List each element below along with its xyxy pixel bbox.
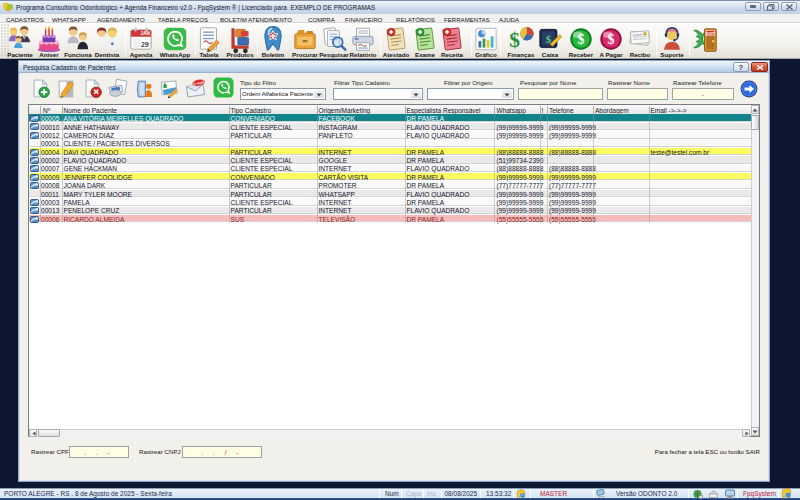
svg-text:$: $ — [608, 32, 615, 47]
svg-text:JAN: JAN — [141, 31, 151, 36]
svg-text:$: $ — [546, 32, 552, 44]
svg-text:29: 29 — [141, 40, 149, 47]
svg-text:$: $ — [509, 27, 520, 51]
svg-text:EXIT: EXIT — [706, 31, 715, 35]
svg-text:$: $ — [578, 32, 585, 47]
